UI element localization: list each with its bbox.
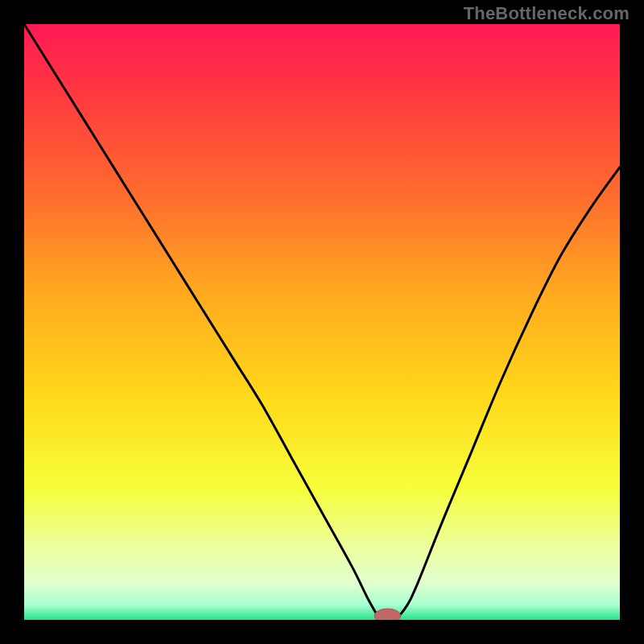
optimal-point-marker bbox=[374, 609, 401, 620]
plot-area bbox=[24, 24, 620, 620]
plot-background bbox=[24, 24, 620, 620]
chart-frame: TheBottleneck.com bbox=[0, 0, 644, 644]
watermark-text: TheBottleneck.com bbox=[464, 3, 630, 24]
plot-svg bbox=[24, 24, 620, 620]
